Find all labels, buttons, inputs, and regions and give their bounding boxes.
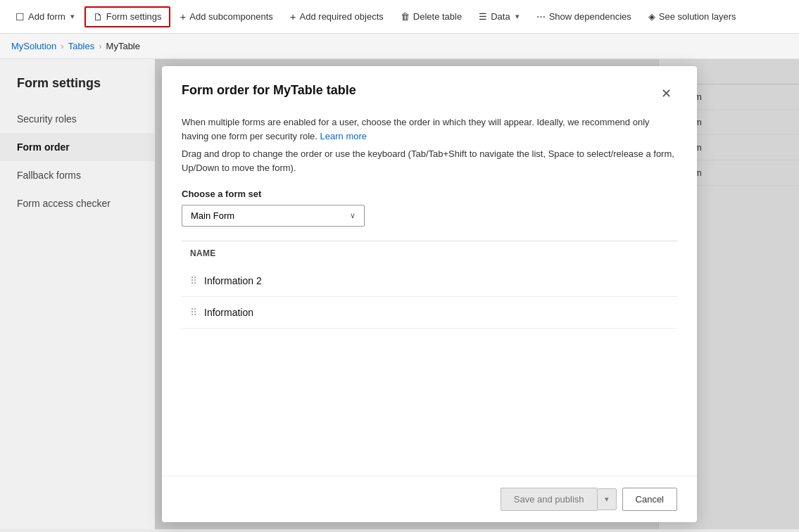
save-publish-button[interactable]: Save and publish: [501, 488, 597, 511]
modal-title: Form order for MyTable table: [182, 83, 356, 98]
save-publish-dropdown-button[interactable]: ▾: [597, 488, 617, 510]
delete-table-icon: 🗑: [401, 11, 410, 22]
settings-sidebar-title: Form settings: [0, 76, 155, 105]
form-row-name: Information 2: [204, 275, 262, 286]
modal-dialog: Form order for MyTable table ✕ When mult…: [162, 66, 697, 522]
drag-handle-icon: ⠿: [190, 275, 197, 286]
breadcrumb-sep-1: ›: [61, 41, 63, 51]
form-set-select[interactable]: Main Form ∨: [182, 205, 365, 227]
add-required-objects-icon: +: [290, 11, 296, 23]
table-row[interactable]: ⠿ Information 2: [182, 265, 677, 297]
toolbar: ☐ Add form ▾ 🗋 Form settings + Add subco…: [0, 0, 799, 34]
add-form-icon: ☐: [15, 11, 25, 23]
form-settings-button[interactable]: 🗋 Form settings: [84, 6, 170, 27]
add-subcomponents-icon: +: [180, 11, 187, 23]
show-dependencies-button[interactable]: ⋯ Show dependencies: [529, 8, 638, 25]
data-icon: ☰: [479, 11, 487, 22]
sidebar-item-fallback-forms[interactable]: Fallback forms: [0, 161, 155, 189]
save-publish-button-group: Save and publish ▾: [501, 488, 617, 511]
add-subcomponents-button[interactable]: + Add subcomponents: [173, 7, 280, 26]
show-dependencies-icon: ⋯: [536, 11, 546, 22]
add-form-button[interactable]: ☐ Add form ▾: [8, 8, 82, 26]
modal-description-2: Drag and drop to change the order or use…: [182, 147, 677, 175]
learn-more-link[interactable]: Learn more: [320, 131, 367, 141]
chevron-down-icon: ∨: [350, 211, 356, 220]
see-solution-layers-button[interactable]: ◈ See solution layers: [641, 8, 743, 25]
form-set-label: Choose a form set: [182, 189, 677, 199]
form-row-name: Information: [204, 307, 253, 318]
forms-table-header: Name: [182, 241, 677, 265]
form-settings-icon: 🗋: [93, 11, 103, 23]
breadcrumb: MySolution › Tables › MyTable: [0, 34, 799, 59]
modal-footer: Save and publish ▾ Cancel: [162, 476, 697, 522]
breadcrumb-current: MyTable: [106, 41, 140, 51]
breadcrumb-sep-2: ›: [99, 41, 101, 51]
breadcrumb-tables[interactable]: Tables: [68, 41, 95, 51]
delete-table-button[interactable]: 🗑 Delete table: [394, 8, 469, 25]
sidebar-item-form-order[interactable]: Form order: [0, 133, 155, 161]
form-set-value: Main Form: [191, 210, 234, 221]
modal-header: Form order for MyTable table ✕: [162, 66, 697, 104]
main-area: Type ▾ Custom Custom Custom Custom Form …: [0, 59, 799, 529]
settings-sidebar: Form settings Security roles Form order …: [0, 59, 155, 529]
cancel-button[interactable]: Cancel: [622, 488, 677, 511]
see-solution-layers-icon: ◈: [648, 11, 655, 22]
modal-description-1: When multiple forms are enabled for a us…: [182, 115, 677, 143]
drag-handle-icon: ⠿: [190, 307, 197, 318]
sidebar-item-security-roles[interactable]: Security roles: [0, 105, 155, 133]
save-dropdown-chevron-icon: ▾: [605, 495, 609, 503]
modal-overlay: Form settings Security roles Form order …: [0, 59, 799, 529]
forms-table: Name ⠿ Information 2 ⠿ Information: [182, 241, 677, 329]
modal-body: When multiple forms are enabled for a us…: [162, 104, 697, 476]
sidebar-item-form-access-checker[interactable]: Form access checker: [0, 189, 155, 217]
modal-close-button[interactable]: ✕: [655, 83, 677, 104]
data-button[interactable]: ☰ Data ▾: [472, 8, 526, 25]
table-row[interactable]: ⠿ Information: [182, 297, 677, 329]
add-required-objects-button[interactable]: + Add required objects: [283, 7, 391, 26]
breadcrumb-solution[interactable]: MySolution: [11, 41, 56, 51]
